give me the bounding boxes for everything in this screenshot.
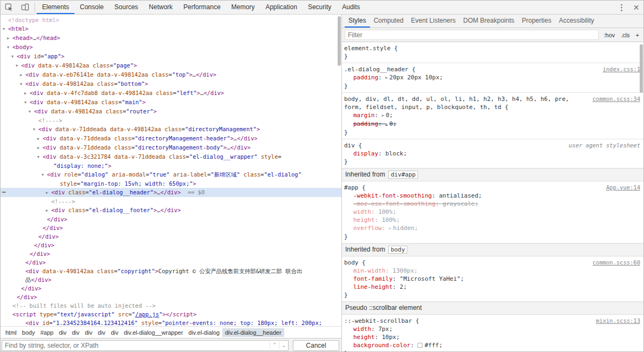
dom-tree-row[interactable]: </div> [1, 224, 341, 232]
rule-selector[interactable]: #app [344, 184, 359, 191]
dom-tree-row[interactable]: </div> [1, 241, 341, 249]
css-declaration[interactable]: width: 100%; [344, 208, 640, 216]
dom-tree-row[interactable]: 品</div> [1, 275, 341, 284]
property-value[interactable]: #fff [424, 342, 439, 349]
property-value[interactable]: block [386, 150, 403, 157]
dom-tree-row[interactable]: ▶<div data-v-71ddeada class="directoryMa… [1, 143, 341, 152]
breadcrumb-item[interactable]: html [3, 328, 19, 337]
dom-tree-row[interactable]: ▼<div id="app"> [1, 52, 341, 61]
dom-tree-row[interactable]: <!----> [1, 197, 341, 206]
css-declaration[interactable]: width: 7px; [344, 325, 640, 333]
dom-tree-row[interactable]: ▼<div data-v-3c321784 data-v-71ddeada cl… [1, 152, 341, 161]
dom-tree-row[interactable]: </div> [1, 232, 341, 241]
property-value[interactable]: "Microsoft YaHei" [400, 275, 461, 282]
find-cancel-button[interactable]: Cancel [293, 340, 339, 351]
dom-tree-row[interactable]: <script type="text/javascript" src="/app… [1, 310, 341, 319]
tab-sources[interactable]: Sources [109, 1, 143, 14]
style-toggle-button[interactable]: :hov [602, 31, 616, 39]
style-toggle-button[interactable]: .cls [619, 31, 632, 39]
property-name[interactable]: padding [353, 120, 378, 127]
dom-tree-row[interactable]: ▼<div data-v-498142aa class="page"> [1, 61, 341, 70]
dom-tree-row[interactable]: style="margin-top: 15vh; width: 650px;"> [1, 179, 341, 188]
tab-security[interactable]: Security [303, 1, 337, 14]
stylesheet-link[interactable]: App.vue:14 [606, 184, 640, 192]
breadcrumb-item[interactable]: div [82, 328, 95, 337]
rule-selector[interactable]: div [344, 142, 355, 149]
collapse-arrow-icon[interactable]: ▼ [42, 171, 47, 179]
dom-tree-row[interactable]: ▼<div data-v-71ddeada data-v-498142aa cl… [1, 125, 341, 134]
rule-selector[interactable]: body, div, dl, dt, dd, ul, ol, li, h1, h… [344, 96, 569, 111]
expand-arrow-icon[interactable]: ▶ [46, 206, 51, 215]
dom-tree-row[interactable]: ▼<div data-v-498142aa class="bottom"> [1, 79, 341, 89]
css-declaration[interactable]: min-width: 1300px; [344, 267, 640, 275]
tab-console[interactable]: Console [74, 1, 109, 14]
css-declaration[interactable]: margin: ▶0; [344, 111, 640, 120]
dom-tree-row[interactable]: ▶<div data-v-71ddeada class="directoryMa… [1, 134, 341, 143]
dom-tree-row[interactable]: <!-- built files will be auto injected -… [1, 301, 341, 310]
property-name[interactable]: height [353, 216, 375, 224]
shorthand-expand-icon[interactable]: ▶ [389, 226, 391, 231]
inherited-node-link[interactable]: div#app [388, 171, 417, 179]
property-name[interactable]: padding [353, 74, 378, 81]
collapse-arrow-icon[interactable]: ▼ [29, 107, 34, 116]
dom-tree-row[interactable]: ▶<div class="el-dialog__footer">…</div> [1, 206, 341, 215]
sidebar-tab-styles[interactable]: Styles [345, 15, 370, 28]
dom-tree-row[interactable]: ▶<head>…</head> [1, 33, 341, 43]
dom-tree-row[interactable]: ▶<div data-v-4fc7dab8 data-v-498142aa cl… [1, 89, 341, 98]
dom-tree-row-selected[interactable]: …▶<div class="el-dialog__header">…</div>… [1, 188, 341, 197]
css-declaration[interactable]: display: block; [344, 150, 640, 158]
css-declaration[interactable]: height: 10px; [344, 333, 640, 341]
rule-selector[interactable]: ::-webkit-scrollbar [344, 317, 412, 324]
sidebar-tab-accessibility[interactable]: Accessibility [555, 15, 598, 28]
tab-performance[interactable]: Performance [178, 1, 226, 14]
property-name[interactable]: display [353, 150, 378, 157]
rule-selector[interactable]: element.style [344, 45, 390, 52]
collapse-arrow-icon[interactable]: ▼ [20, 80, 25, 89]
more-options-icon[interactable]: ⋮ [614, 1, 629, 14]
css-declaration[interactable]: height: 100%; [344, 216, 640, 224]
property-name[interactable]: -moz-osx-font-smoothing [353, 200, 435, 207]
dom-tree-row[interactable]: <div id="1.23452384164.123412416" style=… [1, 319, 341, 326]
dom-tree-row[interactable]: </div> [1, 284, 341, 293]
property-value[interactable]: 1300px [393, 267, 414, 274]
property-name[interactable]: overflow [353, 225, 382, 232]
tab-audits[interactable]: Audits [337, 1, 365, 14]
property-name[interactable]: margin [353, 112, 375, 119]
property-value[interactable]: 2 [400, 283, 403, 290]
collapse-arrow-icon[interactable]: ▼ [37, 153, 43, 161]
css-declaration[interactable]: line-height: 2; [344, 283, 640, 291]
node-overflow-menu-icon[interactable]: … [2, 186, 5, 195]
property-name[interactable]: height [353, 334, 375, 341]
expand-arrow-icon[interactable]: ▶ [37, 144, 43, 152]
expand-arrow-icon[interactable]: ▶ [37, 134, 43, 143]
property-value[interactable]: grayscale [443, 200, 475, 207]
expand-arrow-icon[interactable]: ▶ [24, 89, 30, 98]
expand-arrow-icon[interactable]: ▶ [46, 188, 51, 197]
property-name[interactable]: -webkit-font-smoothing [353, 192, 432, 199]
find-previous-icon[interactable]: ⌃ [270, 342, 279, 349]
breadcrumb-item[interactable]: #app [38, 328, 56, 337]
css-declaration[interactable]: background-color: #fff; [344, 341, 640, 349]
property-name[interactable]: width [353, 326, 371, 333]
css-declaration[interactable]: overflow: ▶hidden; [344, 224, 640, 233]
stylesheet-link[interactable]: mixin.scss:13 [596, 317, 640, 325]
property-name[interactable]: background-color [353, 342, 410, 349]
property-name[interactable]: min-width [353, 267, 386, 274]
dom-tree-row[interactable]: ▼<html> [1, 24, 341, 33]
dom-tree-row[interactable]: </div> [1, 258, 341, 267]
color-swatch[interactable] [417, 343, 422, 348]
close-icon[interactable]: ✕ [629, 1, 643, 14]
find-input[interactable] [2, 342, 270, 349]
shorthand-expand-icon[interactable]: ▶ [386, 76, 388, 80]
stylesheet-link[interactable]: common.scss:34 [592, 95, 640, 103]
breadcrumb-item[interactable]: div [69, 328, 82, 337]
inspect-element-icon[interactable] [1, 1, 17, 14]
dom-tree-row[interactable]: </div> [1, 293, 341, 301]
dom-tree-row[interactable]: <!----> [1, 116, 341, 125]
dom-tree-row[interactable]: ▶<div data-v-eb76141e data-v-498142aa cl… [1, 70, 341, 79]
style-toggle-button[interactable]: + [634, 31, 641, 39]
property-name[interactable]: line-height [353, 283, 393, 290]
collapse-arrow-icon[interactable]: ▼ [24, 98, 30, 107]
css-declaration[interactable]: -moz-osx-font-smoothing: grayscale; [344, 200, 640, 208]
dom-tree-row[interactable]: ▼<div role="dialog" aria-modal="true" ar… [1, 170, 341, 179]
